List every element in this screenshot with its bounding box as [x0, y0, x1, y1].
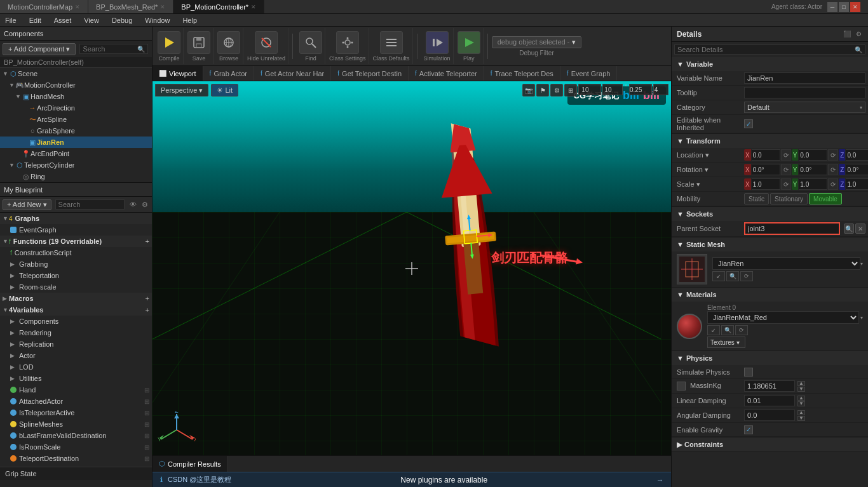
menu-debug[interactable]: Debug	[109, 17, 135, 24]
macros-group-header[interactable]: ▶ Macros +	[0, 293, 152, 304]
browse-button[interactable]	[217, 31, 240, 54]
viewport-tab[interactable]: ⬜ Viewport	[153, 66, 203, 81]
variable-section-header[interactable]: ▼ Variable	[672, 57, 868, 71]
compile-button[interactable]	[158, 31, 180, 54]
mesh-navigate-button[interactable]: ↙	[712, 271, 725, 281]
menu-view[interactable]: View	[81, 17, 102, 24]
add-function-button[interactable]: +	[146, 237, 149, 245]
variables-group-header[interactable]: ▼ 4Variables +	[0, 304, 152, 316]
tab-close-1[interactable]: ✕	[160, 4, 165, 10]
var-teleport-destination[interactable]: TeleportDestination ⊞	[0, 453, 152, 464]
angular-damping-input[interactable]	[744, 410, 795, 421]
add-variable-button[interactable]: +	[146, 306, 149, 314]
scale-snap-input[interactable]	[629, 84, 652, 95]
var-is-teleporter-active[interactable]: IsTeleporterActive ⊞	[0, 407, 152, 418]
activate-teleporter-tab[interactable]: f Activate Teleporter	[409, 66, 484, 81]
static-mobility-button[interactable]: Static	[744, 193, 769, 204]
var-hand[interactable]: Hand ⊞	[0, 384, 152, 396]
menu-asset[interactable]: Asset	[51, 17, 74, 24]
visibility-toggle-button[interactable]: 👁	[128, 199, 138, 210]
viewport-settings-button[interactable]: ⚙	[550, 84, 563, 97]
trace-teleport-des-tab[interactable]: f Trace Teleport Des	[484, 66, 560, 81]
expand-arrow-hm[interactable]: ▼	[15, 93, 22, 100]
linear-spin-down[interactable]: ▼	[797, 401, 805, 406]
tree-item-grab-sphere[interactable]: ○ GrabSphere	[0, 125, 152, 137]
get-actor-near-har-tab[interactable]: f Get Actor Near Har	[254, 66, 331, 81]
category-dropdown[interactable]: Default ▾	[744, 102, 865, 113]
scale-x-spin[interactable]: ⟳	[781, 178, 791, 190]
editable-checkbox[interactable]	[744, 119, 753, 128]
sockets-section-header[interactable]: ▼ Sockets	[672, 207, 868, 221]
rotation-x-spin[interactable]: ⟳	[781, 164, 791, 175]
menu-file[interactable]: File	[3, 17, 19, 24]
event-graph-item[interactable]: EventGraph	[0, 224, 152, 236]
rotation-y-spin[interactable]: ⟳	[828, 164, 838, 175]
tree-item-ring[interactable]: ◎ Ring	[0, 171, 152, 182]
tooltip-input[interactable]	[744, 87, 865, 98]
components-search-input[interactable]	[83, 45, 137, 53]
simulation-button[interactable]	[426, 31, 449, 54]
viewport-area[interactable]: Perspective ▾ ☀ Lit 📷 ⚑ ⚙ ⊞ °	[153, 81, 671, 455]
details-settings-button[interactable]: ⚙	[855, 29, 863, 39]
debug-filter-button[interactable]: debug object selected - ▾	[492, 36, 582, 48]
linear-spin-up[interactable]: ▲	[797, 396, 805, 401]
mass-spin-up[interactable]: ▲	[797, 381, 805, 386]
tree-item-hand-mesh[interactable]: ▼ ▣ HandMesh	[0, 91, 152, 102]
angular-spin-down[interactable]: ▼	[797, 416, 805, 421]
location-y-spin[interactable]: ⟳	[828, 149, 838, 161]
maximize-viewport-button[interactable]: ⊞	[564, 84, 577, 97]
minimize-button[interactable]: ─	[827, 2, 837, 12]
mesh-find-button[interactable]: 🔍	[726, 271, 739, 281]
find-button[interactable]	[299, 31, 322, 54]
menu-edit[interactable]: Edit	[27, 17, 44, 24]
location-x-spin[interactable]: ⟳	[781, 149, 791, 161]
tree-item-scene[interactable]: ▼ ⬡ Scene	[0, 68, 152, 79]
mat-clear-button[interactable]: ⟳	[735, 325, 748, 335]
add-macro-button[interactable]: +	[146, 295, 149, 302]
details-search-input[interactable]	[677, 46, 855, 53]
tree-item-jian-ren[interactable]: ▣ JianRen	[0, 137, 152, 148]
rotation-x-input[interactable]	[752, 164, 780, 175]
stationary-mobility-button[interactable]: Stationary	[770, 193, 808, 204]
tree-item-teleport-cylinder[interactable]: ▼ ⬡ TeleportCylinder	[0, 159, 152, 171]
room-scale-group-item[interactable]: ▶ Room-scale	[0, 281, 152, 293]
tab-bp-motion-controller[interactable]: BP_MotionController* ✕	[173, 0, 264, 13]
class-defaults-button[interactable]	[380, 31, 403, 54]
save-button[interactable]	[187, 31, 210, 54]
movable-mobility-button[interactable]: Movable	[809, 193, 842, 204]
mass-spin-down[interactable]: ▼	[797, 387, 805, 392]
tab-bp-boxmesh[interactable]: BP_BoxMesh_Red* ✕	[88, 0, 173, 13]
add-component-button[interactable]: + Add Component ▾	[3, 43, 76, 55]
hide-unrelated-button[interactable]	[255, 31, 278, 54]
tab-close-2[interactable]: ✕	[251, 4, 256, 10]
expand-arrow-tc[interactable]: ▼	[9, 162, 15, 168]
menu-help[interactable]: Help	[180, 17, 200, 24]
components-var-group[interactable]: ▶ Components	[0, 316, 152, 327]
material-name-dropdown[interactable]: JianRenMat_Red	[707, 311, 859, 324]
socket-clear-button[interactable]: ✕	[855, 223, 865, 234]
expand-arrow-mc[interactable]: ▼	[9, 82, 15, 88]
mesh-name-dropdown[interactable]: JianRen	[712, 257, 860, 270]
settings-button[interactable]: ⚙	[140, 199, 149, 210]
mass-kg-checkbox[interactable]	[677, 382, 686, 390]
expand-arrow-scene[interactable]: ▼	[3, 70, 9, 77]
tree-item-arc-end-point[interactable]: 📍 ArcEndPoint	[0, 148, 152, 159]
linear-damping-input[interactable]	[744, 395, 795, 406]
maximize-button[interactable]: □	[839, 2, 849, 12]
camera-options-button[interactable]: 📷	[522, 84, 535, 97]
var-is-room-scale[interactable]: IsRoomScale ⊞	[0, 441, 152, 453]
get-teleport-destin-tab[interactable]: f Get Teleport Destin	[331, 66, 409, 81]
transform-section-header[interactable]: ▼ Transform	[672, 134, 868, 148]
scale-z-input[interactable]	[846, 178, 868, 190]
mat-navigate-button[interactable]: ↙	[707, 325, 720, 335]
grabbing-group-item[interactable]: ▶ Grabbing	[0, 258, 152, 270]
lit-button[interactable]: ☀ Lit	[211, 84, 238, 97]
var-spline-meshes[interactable]: SplineMeshes ⊞	[0, 418, 152, 430]
location-y-input[interactable]	[799, 149, 827, 161]
scale-x-input[interactable]	[752, 178, 780, 190]
angular-spin-up[interactable]: ▲	[797, 410, 805, 415]
play-button[interactable]	[458, 31, 480, 54]
var-last-frame-valid[interactable]: bLastFrameValidDestination ⊞	[0, 430, 152, 441]
simulate-physics-checkbox[interactable]	[744, 368, 753, 377]
rotation-y-input[interactable]	[799, 164, 827, 175]
